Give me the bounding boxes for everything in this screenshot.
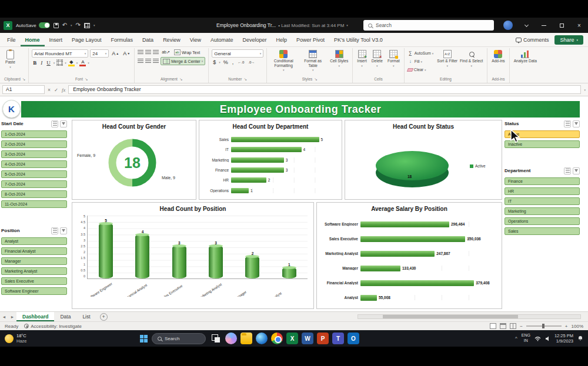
slicer-item-hr[interactable]: HR xyxy=(505,187,580,195)
accounting-format-button[interactable]: $ xyxy=(212,59,217,65)
clear-filter-icon[interactable] xyxy=(573,120,580,127)
clear-filter-icon[interactable] xyxy=(573,167,580,174)
file-explorer-icon[interactable] xyxy=(240,333,252,344)
tab-home[interactable]: Home xyxy=(21,33,45,46)
search-box[interactable]: Search xyxy=(363,20,494,31)
excel-icon[interactable]: X xyxy=(286,333,298,344)
slicer-item-finance[interactable]: Finance xyxy=(505,177,580,185)
horizontal-scrollbar[interactable] xyxy=(358,314,581,319)
analyze-data-button[interactable]: Analyze Data xyxy=(513,49,538,64)
tab-automate[interactable]: Automate xyxy=(206,33,238,46)
chrome-icon[interactable] xyxy=(271,333,283,344)
autosave-control[interactable]: AutoSave xyxy=(16,22,50,28)
multi-select-icon[interactable] xyxy=(564,120,571,127)
tab-insert[interactable]: Insert xyxy=(45,33,68,46)
sheet-tab-list[interactable]: List xyxy=(76,312,96,321)
wifi-icon[interactable] xyxy=(534,336,541,341)
slicer-item-4-oct-2024[interactable]: 4-Oct-2024 xyxy=(1,160,67,168)
name-box[interactable]: A1 xyxy=(2,85,45,94)
clear-button[interactable]: Clear▾ xyxy=(407,66,433,73)
slicer-item-marketing-analyst[interactable]: Marketing Analyst xyxy=(1,267,67,275)
tab-file[interactable]: File xyxy=(2,33,21,46)
borders-dropdown-icon[interactable]: ▾ xyxy=(65,61,66,65)
shrink-font-button[interactable]: A▼ xyxy=(122,51,131,56)
number-format-combo[interactable]: General▾ xyxy=(212,49,263,58)
tab-pk-s-utility-tool-v3-0[interactable]: PK's Utility Tool V3.0 xyxy=(329,33,387,46)
insert-function-icon[interactable]: fx xyxy=(62,87,65,93)
multi-select-icon[interactable] xyxy=(51,227,58,234)
clear-filter-icon[interactable] xyxy=(60,120,67,127)
start-button[interactable] xyxy=(140,335,148,343)
tab-review[interactable]: Review xyxy=(158,33,185,46)
formula-input[interactable]: Employee Onboarding Tracker xyxy=(68,85,581,94)
taskbar-search[interactable]: Search xyxy=(152,333,206,344)
slicer-item-7-oct-2024[interactable]: 7-Oct-2024 xyxy=(1,180,67,188)
find-select-button[interactable]: Find & Select▾ xyxy=(459,49,484,68)
fill-color-dropdown-icon[interactable]: ▾ xyxy=(76,61,78,65)
notifications-icon[interactable] xyxy=(577,335,583,341)
tab-formulas[interactable]: Formulas xyxy=(106,33,138,46)
slicer-item-3-oct-2024[interactable]: 3-Oct-2024 xyxy=(1,150,67,158)
dialog-launcher-icon[interactable]: ↘ xyxy=(314,77,317,82)
new-sheet-button[interactable]: + xyxy=(100,313,108,321)
tab-view[interactable]: View xyxy=(185,33,206,46)
task-view-icon[interactable] xyxy=(210,333,222,344)
customize-qat-icon[interactable]: ▾ xyxy=(93,23,95,27)
align-top-icon[interactable] xyxy=(138,50,143,55)
excel-app-icon[interactable]: X xyxy=(4,21,12,30)
format-button[interactable]: Format▾ xyxy=(386,49,401,68)
merge-center-button[interactable]: Merge & Center ▾ xyxy=(161,57,205,65)
align-right-icon[interactable] xyxy=(153,59,159,63)
user-avatar[interactable] xyxy=(503,21,513,30)
slicer-item-1-oct-2024[interactable]: 1-Oct-2024 xyxy=(1,130,67,138)
scrollbar-thumb[interactable] xyxy=(383,315,518,318)
document-title[interactable]: Employee Onboarding Tr... • Last Modifie… xyxy=(216,18,348,33)
minimize-button[interactable] xyxy=(535,18,553,33)
page-break-view-icon[interactable] xyxy=(510,323,516,329)
zoom-in-icon[interactable]: + xyxy=(565,324,568,329)
accessibility-status[interactable]: Accessibility: Investigate xyxy=(24,324,82,329)
enter-icon[interactable]: ✓ xyxy=(54,87,58,93)
tab-power-pivot[interactable]: Power Pivot xyxy=(292,33,329,46)
clock[interactable]: 12:25 PM1/9/2023 xyxy=(554,333,573,344)
fill-color-button[interactable]: ◆ xyxy=(68,59,75,66)
insert-button[interactable]: Insert▾ xyxy=(356,49,368,68)
word-icon[interactable]: W xyxy=(302,333,313,344)
clear-filter-icon[interactable] xyxy=(60,227,67,234)
font-size-combo[interactable]: 24▾ xyxy=(90,49,109,58)
dialog-launcher-icon[interactable]: ↘ xyxy=(179,77,182,82)
font-name-combo[interactable]: Arial Rounded MT▾ xyxy=(32,49,88,58)
font-color-button[interactable]: A xyxy=(79,59,86,66)
share-button[interactable]: Share ▾ xyxy=(554,35,583,45)
sheet-tab-dashboard[interactable]: Dashboard xyxy=(16,312,54,321)
expand-formula-bar-icon[interactable]: ▾ xyxy=(584,88,586,92)
dialog-launcher-icon[interactable]: ↘ xyxy=(85,77,88,82)
worksheet[interactable]: K Employee Onboarding Tracker Start Date… xyxy=(0,96,588,311)
title-dropdown-icon[interactable]: ▾ xyxy=(346,23,348,27)
redo-icon[interactable]: ↷ xyxy=(76,22,81,28)
underline-dropdown-icon[interactable]: ▾ xyxy=(54,61,55,65)
dialog-launcher-icon[interactable]: ↘ xyxy=(22,77,25,82)
dialog-launcher-icon[interactable]: ↘ xyxy=(243,77,246,82)
bold-button[interactable] xyxy=(32,60,38,66)
slicer-item-financial-analyst[interactable]: Financial Analyst xyxy=(1,247,67,255)
copilot-icon[interactable] xyxy=(225,333,237,344)
sheet-nav-left-icon[interactable]: ◄ xyxy=(0,312,8,321)
percent-style-button[interactable]: % xyxy=(222,59,229,65)
align-middle-icon[interactable] xyxy=(145,50,151,55)
tab-developer[interactable]: Developer xyxy=(238,33,272,46)
underline-button[interactable] xyxy=(45,60,52,66)
volume-icon[interactable] xyxy=(545,336,550,341)
borders-button[interactable] xyxy=(56,59,63,66)
tab-page-layout[interactable]: Page Layout xyxy=(67,33,106,46)
zoom-slider[interactable] xyxy=(526,325,562,327)
slicer-item-8-oct-2024[interactable]: 8-Oct-2024 xyxy=(1,190,67,198)
comments-button[interactable]: Comments xyxy=(516,37,549,43)
conditional-formatting-button[interactable]: Conditional Formatting▾ xyxy=(270,49,297,72)
autosave-toggle[interactable] xyxy=(39,22,50,28)
normal-view-icon[interactable] xyxy=(490,323,496,329)
multi-select-icon[interactable] xyxy=(564,167,571,174)
align-left-icon[interactable] xyxy=(138,59,143,63)
autosum-button[interactable]: AutoSum▾ xyxy=(407,49,433,57)
slicer-item-operations[interactable]: Operations xyxy=(505,217,580,225)
